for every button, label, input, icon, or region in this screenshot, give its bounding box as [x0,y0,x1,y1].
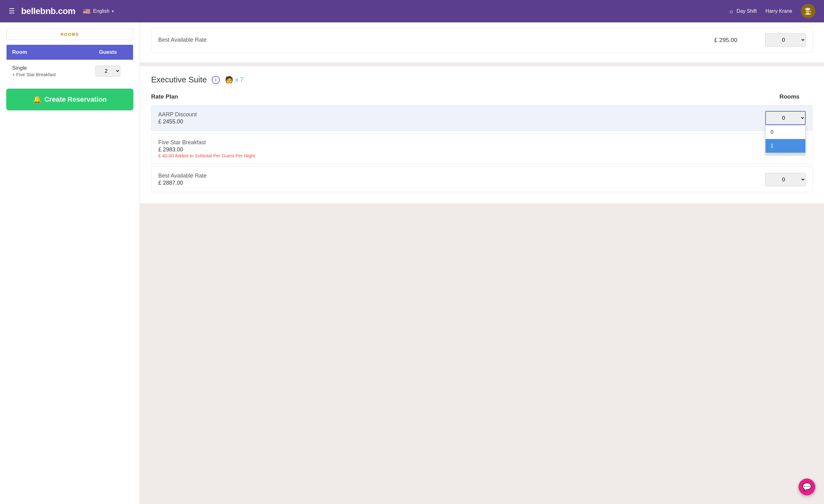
dropdown-option-1[interactable]: 1 [765,139,805,153]
rooms-table: Room Guests Single + Five Star Breakfast… [6,44,133,82]
guest-count-select[interactable]: 2 1 3 [95,66,120,77]
aarp-rate-name: AARP Discount [158,111,758,118]
chat-icon: 💬 [802,483,812,491]
avatar-emoji: 👨‍🍳 [804,7,812,15]
five-star-rate-price: £ 2983.00 [158,146,758,153]
col-guests: Guests [83,45,133,60]
col-room: Room [7,45,83,60]
aarp-rate-price: £ 2455.00 [158,118,758,125]
main-layout: ROOMS Room Guests Single + Five Star Bre… [0,22,824,504]
create-reservation-button[interactable]: 🔔 Create Reservation [6,89,133,110]
sidebar: ROOMS Room Guests Single + Five Star Bre… [0,22,140,504]
room-name: Single [12,65,78,71]
five-star-rate-info: Five Star Breakfast £ 2983.00 £ 40.00 Ad… [158,139,758,158]
dropdown-option-0[interactable]: 0 [765,125,805,139]
username-label: Harry Krane [765,8,792,14]
avatar[interactable]: 👨‍🍳 [801,4,815,18]
aarp-rate-info: AARP Discount £ 2455.00 [158,111,758,125]
rate-plan-col-label: Rate Plan [151,93,766,100]
best-available-rate-row-single: Best Available Rate £ 295.00 0 1 [151,27,813,53]
rooms-col-label: Rooms [766,93,813,100]
aarp-dropdown-list: 0 1 [765,125,806,153]
shift-label: Day Shift [737,8,757,14]
guests-badge: 🧑 x 7 [225,76,243,84]
info-icon[interactable]: i [212,76,220,84]
main-content: Best Available Rate £ 295.00 0 1 Executi… [140,22,824,504]
rate-name: Best Available Rate [158,37,707,43]
flag-icon: 🇺🇸 [83,7,91,15]
person-icon: 🧑 [225,76,233,84]
five-star-rate-note: £ 40.00 Added to Subtotal Per Guest Per … [158,153,758,158]
executive-suite-section: Executive Suite i 🧑 x 7 Rate Plan Rooms … [140,66,824,203]
aarp-rooms-select[interactable]: 0 1 [765,111,806,125]
best-available-rate-name: Best Available Rate [158,173,758,179]
sun-icon: ☼ [728,8,734,15]
best-available-rate-price: £ 2887.00 [158,180,758,186]
bell-icon: 🔔 [33,95,41,104]
executive-suite-header: Executive Suite i 🧑 x 7 [151,74,813,85]
single-room-section: Best Available Rate £ 295.00 0 1 [140,22,824,63]
header-right: ☼ Day Shift Harry Krane 👨‍🍳 [728,4,815,18]
create-reservation-label: Create Reservation [44,95,107,104]
room-sub: + Five Star Breakfast [12,72,78,77]
shift-selector[interactable]: ☼ Day Shift [728,8,756,15]
rooms-section-label: ROOMS [6,29,133,40]
aarp-dropdown-container: 0 1 0 1 [765,111,806,125]
best-available-rate-row-exec: Best Available Rate £ 2887.00 0 1 [151,167,813,192]
language-selector[interactable]: 🇺🇸 English ▾ [83,7,113,15]
best-available-rate-info: Best Available Rate £ 2887.00 [158,173,758,186]
five-star-breakfast-row: Five Star Breakfast £ 2983.00 £ 40.00 Ad… [151,133,813,164]
aarp-discount-row: AARP Discount £ 2455.00 0 1 0 1 [151,105,813,131]
five-star-rate-name: Five Star Breakfast [158,139,758,146]
language-label: English [93,8,109,14]
chevron-down-icon: ▾ [112,9,114,13]
chat-button[interactable]: 💬 [799,479,815,495]
logo: bellebnb.com [21,6,75,16]
rate-select-single-best[interactable]: 0 1 [765,33,806,46]
header: ☰ bellebnb.com 🇺🇸 English ▾ ☼ Day Shift … [0,0,824,22]
table-row: Single + Five Star Breakfast 2 1 3 [7,60,133,82]
executive-suite-title: Executive Suite [151,75,207,85]
rate-price: £ 295.00 [714,37,758,43]
rate-plan-header: Rate Plan Rooms [151,91,813,103]
best-available-rooms-select[interactable]: 0 1 [765,173,806,186]
menu-icon[interactable]: ☰ [9,7,15,15]
guests-count: x 7 [235,76,243,83]
